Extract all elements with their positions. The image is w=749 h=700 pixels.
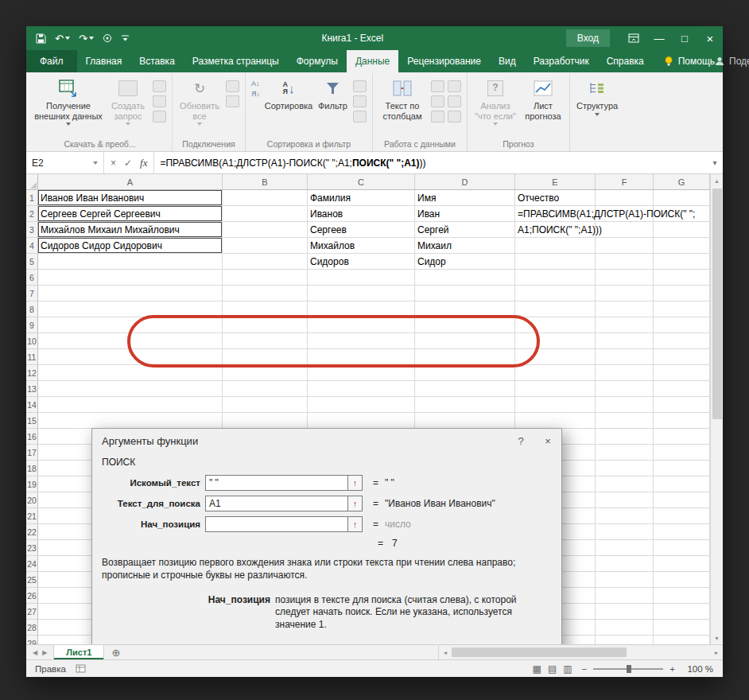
within-text-input[interactable]: A1 bbox=[205, 496, 348, 511]
dialog-close-button[interactable]: × bbox=[534, 429, 561, 453]
row-header-12[interactable]: 12 bbox=[26, 365, 38, 381]
flash-fill-icon[interactable] bbox=[431, 80, 444, 92]
insert-function-button[interactable]: fx bbox=[140, 157, 147, 169]
cell-F26[interactable] bbox=[596, 588, 654, 604]
row-header-18[interactable]: 18 bbox=[26, 461, 38, 476]
cell-E7[interactable] bbox=[515, 286, 596, 301]
cell-C7[interactable] bbox=[308, 286, 415, 301]
cell-A12[interactable] bbox=[38, 365, 223, 381]
cell-B9[interactable] bbox=[223, 317, 308, 333]
select-all-button[interactable] bbox=[26, 174, 38, 189]
collapse-dialog-button[interactable]: ↑ bbox=[348, 475, 363, 491]
cell-D15[interactable] bbox=[415, 413, 515, 429]
row-header-16[interactable]: 16 bbox=[26, 429, 38, 445]
row-header-8[interactable]: 8 bbox=[26, 301, 38, 317]
zoom-in-button[interactable]: + bbox=[669, 664, 675, 674]
cell-G28[interactable] bbox=[654, 620, 710, 636]
row-header-21[interactable]: 21 bbox=[26, 508, 38, 524]
cell-G25[interactable] bbox=[654, 572, 710, 588]
cell-B11[interactable] bbox=[223, 349, 308, 365]
row-header-29[interactable]: 29 bbox=[26, 636, 38, 644]
cell-D3[interactable]: Сергей bbox=[415, 222, 515, 238]
horizontal-scrollbar[interactable]: ◂ ▸ bbox=[438, 645, 723, 659]
cell-D9[interactable] bbox=[415, 317, 515, 333]
cell-F16[interactable] bbox=[596, 429, 654, 445]
cell-G24[interactable] bbox=[654, 556, 710, 572]
scroll-left-icon[interactable]: ◂ bbox=[439, 649, 452, 656]
tab-review[interactable]: Рецензирование bbox=[398, 50, 490, 72]
recent-sources-icon[interactable] bbox=[153, 111, 166, 122]
cell-E13[interactable] bbox=[515, 381, 596, 397]
cell-E14[interactable] bbox=[515, 397, 596, 413]
cell-G18[interactable] bbox=[654, 461, 710, 476]
tab-data[interactable]: Данные bbox=[347, 50, 398, 72]
cell-A7[interactable] bbox=[38, 286, 223, 301]
cell-A13[interactable] bbox=[38, 381, 223, 397]
cell-E6[interactable] bbox=[515, 270, 596, 286]
cell-G22[interactable] bbox=[654, 524, 710, 540]
cell-F27[interactable] bbox=[596, 604, 654, 620]
touch-mode-icon[interactable] bbox=[103, 33, 112, 43]
zoom-out-button[interactable]: − bbox=[582, 664, 588, 674]
cell-B10[interactable] bbox=[223, 333, 308, 349]
manage-data-model-icon[interactable] bbox=[448, 111, 461, 122]
cell-G10[interactable] bbox=[654, 333, 710, 349]
tab-developer[interactable]: Разработчик bbox=[525, 50, 598, 72]
cell-C11[interactable] bbox=[308, 349, 415, 365]
cell-F7[interactable] bbox=[596, 286, 654, 301]
cell-G21[interactable] bbox=[654, 508, 710, 524]
cell-F17[interactable] bbox=[596, 445, 654, 461]
row-header-11[interactable]: 11 bbox=[26, 349, 38, 365]
cell-F25[interactable] bbox=[596, 572, 654, 588]
tab-view[interactable]: Вид bbox=[490, 50, 525, 72]
row-header-27[interactable]: 27 bbox=[26, 604, 38, 620]
cell-D1[interactable]: Имя bbox=[415, 190, 515, 206]
column-header-C[interactable]: C bbox=[308, 174, 415, 189]
consolidate-icon[interactable] bbox=[448, 80, 461, 92]
cell-A1[interactable]: Иванов Иван Иванович bbox=[38, 190, 223, 206]
cell-B12[interactable] bbox=[223, 365, 308, 381]
normal-view-icon[interactable]: ▦ bbox=[533, 663, 541, 675]
tab-page-layout[interactable]: Разметка страницы bbox=[184, 50, 288, 72]
previous-sheet-icon[interactable]: ◀ bbox=[33, 649, 37, 656]
cell-edit-overlay[interactable]: =ПРАВСИМВ(A1;ДЛСТР(A1)-ПОИСК(" ";A1;ПОИС… bbox=[518, 206, 695, 238]
clear-filter-icon[interactable] bbox=[353, 80, 367, 92]
cell-G7[interactable] bbox=[654, 286, 710, 301]
cell-G26[interactable] bbox=[654, 588, 710, 604]
find-text-input[interactable]: " " bbox=[205, 475, 348, 491]
cell-F29[interactable] bbox=[596, 636, 654, 644]
vertical-scrollbar[interactable]: ▴ ▾ bbox=[710, 174, 723, 644]
cell-A6[interactable] bbox=[38, 270, 223, 286]
sort-button[interactable]: АЯ ↓ Сортировка bbox=[262, 75, 315, 138]
text-to-columns-button[interactable]: Текст по столбцам bbox=[376, 75, 429, 138]
relationships-icon[interactable] bbox=[448, 95, 461, 107]
cell-C5[interactable]: Сидоров bbox=[308, 254, 415, 270]
cell-D4[interactable]: Михаил bbox=[415, 238, 515, 254]
cell-B3[interactable] bbox=[223, 222, 308, 238]
scroll-right-icon[interactable]: ▸ bbox=[710, 649, 723, 656]
properties-icon[interactable] bbox=[226, 80, 239, 92]
cell-F13[interactable] bbox=[596, 381, 654, 397]
undo-button[interactable]: ↶ bbox=[55, 33, 70, 44]
row-header-17[interactable]: 17 bbox=[26, 445, 38, 461]
cell-G16[interactable] bbox=[654, 429, 710, 445]
cell-A3[interactable]: Михайлов Михаил Михайлович bbox=[38, 222, 223, 238]
cell-C2[interactable]: Иванов bbox=[308, 206, 415, 222]
cell-F19[interactable] bbox=[596, 476, 654, 492]
cell-A15[interactable] bbox=[38, 413, 223, 429]
new-sheet-button[interactable]: ⊕ bbox=[104, 645, 127, 659]
row-header-25[interactable]: 25 bbox=[26, 572, 38, 588]
cell-G19[interactable] bbox=[654, 476, 710, 492]
cell-E15[interactable] bbox=[515, 413, 596, 429]
get-external-data-button[interactable]: Получение внешних данных bbox=[31, 75, 106, 138]
cell-E9[interactable] bbox=[515, 317, 596, 333]
edit-links-icon[interactable] bbox=[226, 95, 239, 107]
cell-C10[interactable] bbox=[308, 333, 415, 349]
sort-descending-icon[interactable]: Я↓ bbox=[251, 91, 260, 98]
cell-E10[interactable] bbox=[515, 333, 596, 349]
cell-F21[interactable] bbox=[596, 508, 654, 524]
scroll-up-icon[interactable]: ▴ bbox=[711, 174, 723, 187]
cell-F22[interactable] bbox=[596, 524, 654, 540]
save-icon[interactable] bbox=[36, 33, 46, 44]
row-header-13[interactable]: 13 bbox=[26, 381, 38, 397]
